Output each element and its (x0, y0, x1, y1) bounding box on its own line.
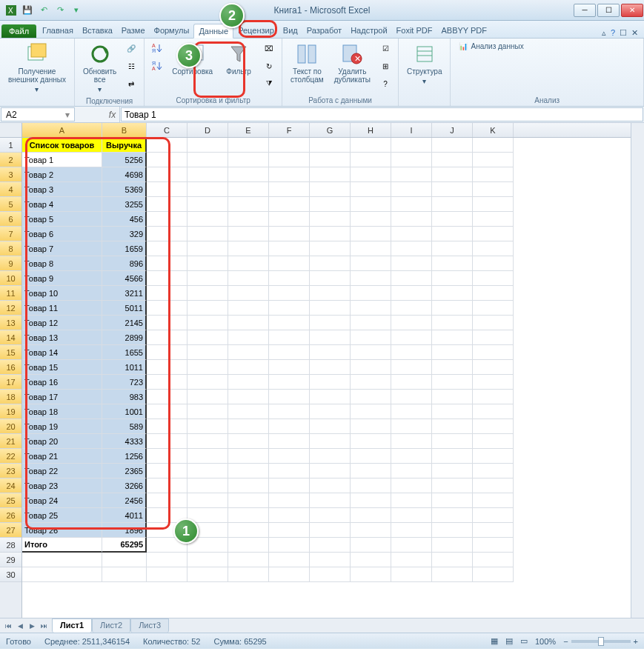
cell[interactable] (187, 434, 228, 449)
cell[interactable] (228, 419, 269, 434)
cell[interactable] (310, 478, 351, 493)
cell[interactable] (310, 508, 351, 523)
cell[interactable] (391, 449, 432, 464)
cell[interactable]: Товар 14 (22, 345, 102, 360)
row-header[interactable]: 27 (0, 523, 21, 538)
cell[interactable] (310, 330, 351, 345)
cell[interactable] (269, 360, 310, 375)
cell[interactable] (147, 182, 187, 197)
cell[interactable] (432, 464, 473, 478)
cell[interactable] (432, 182, 473, 197)
row-header[interactable]: 30 (0, 567, 21, 582)
cell[interactable] (147, 567, 187, 582)
cell[interactable] (432, 286, 473, 301)
cell[interactable] (228, 390, 269, 404)
cell[interactable] (473, 227, 514, 241)
cell[interactable] (351, 404, 391, 419)
cell[interactable] (147, 256, 187, 271)
cell[interactable] (269, 241, 310, 256)
cell[interactable] (432, 567, 473, 582)
cell[interactable] (310, 316, 351, 330)
cell[interactable] (473, 138, 514, 153)
cell[interactable] (310, 493, 351, 508)
cell[interactable]: Товар 7 (22, 241, 102, 256)
edit-links-icon[interactable]: ⇄ (123, 76, 139, 92)
horizontal-scrollbar[interactable] (169, 618, 644, 633)
cell[interactable] (147, 212, 187, 227)
cell[interactable] (228, 567, 269, 582)
minimize-button[interactable]: ─ (574, 4, 596, 17)
cell[interactable] (147, 197, 187, 212)
close-button[interactable]: ✕ (621, 4, 643, 17)
ribbon-tab[interactable]: Формулы (150, 24, 194, 38)
cell[interactable] (228, 271, 269, 286)
data-analysis-button[interactable]: 📊 Анализ данных (455, 40, 527, 53)
cell[interactable] (228, 286, 269, 301)
cell[interactable] (473, 375, 514, 390)
cell[interactable] (269, 464, 310, 478)
cell[interactable] (187, 167, 228, 182)
cell[interactable] (310, 227, 351, 241)
ribbon-tab[interactable]: Разработ (302, 24, 346, 38)
row-header[interactable]: 23 (0, 464, 21, 478)
cell[interactable] (187, 449, 228, 464)
cell[interactable]: Список товаров (22, 138, 102, 153)
sheet-nav-first-icon[interactable]: ⏮ (3, 621, 13, 631)
cell[interactable]: 4698 (102, 167, 147, 182)
cell[interactable]: Товар 16 (22, 375, 102, 390)
cell[interactable] (310, 523, 351, 538)
cell[interactable] (351, 212, 391, 227)
cell[interactable] (269, 508, 310, 523)
properties-icon[interactable]: ☷ (123, 58, 139, 74)
cell[interactable] (310, 241, 351, 256)
cell[interactable] (147, 553, 187, 567)
cell[interactable] (269, 493, 310, 508)
cell[interactable] (187, 404, 228, 419)
undo-icon[interactable]: ↶ (37, 4, 50, 17)
cell[interactable] (269, 167, 310, 182)
sheet-tab[interactable]: Лист2 (92, 618, 130, 633)
cell[interactable]: 723 (102, 375, 147, 390)
row-header[interactable]: 17 (0, 375, 21, 390)
cell[interactable] (351, 419, 391, 434)
cell[interactable] (228, 197, 269, 212)
cell[interactable] (310, 212, 351, 227)
cell[interactable] (269, 330, 310, 345)
fx-icon[interactable]: fx (105, 107, 120, 122)
filter-button[interactable]: Фильтр (219, 40, 258, 78)
cell[interactable] (187, 567, 228, 582)
column-header[interactable]: B (102, 123, 147, 137)
cell[interactable] (432, 523, 473, 538)
cell[interactable] (473, 478, 514, 493)
cell[interactable] (351, 375, 391, 390)
cell[interactable] (351, 153, 391, 167)
cell[interactable] (432, 375, 473, 390)
advanced-icon[interactable]: ⧩ (261, 76, 277, 92)
cell[interactable] (473, 153, 514, 167)
cell[interactable]: 4011 (102, 508, 147, 523)
outline-button[interactable]: Структура ▾ (403, 40, 445, 87)
cell[interactable]: Товар 2 (22, 167, 102, 182)
cell[interactable] (432, 390, 473, 404)
cell[interactable] (228, 227, 269, 241)
row-header[interactable]: 8 (0, 241, 21, 256)
cell[interactable]: Товар 23 (22, 478, 102, 493)
cell[interactable]: 3211 (102, 286, 147, 301)
ribbon-tab[interactable]: Рецензир (233, 24, 279, 38)
cell[interactable] (391, 153, 432, 167)
cell[interactable] (187, 478, 228, 493)
cell[interactable] (432, 553, 473, 567)
cell[interactable] (391, 301, 432, 316)
cell[interactable] (391, 538, 432, 553)
cell[interactable] (187, 153, 228, 167)
cell[interactable] (351, 508, 391, 523)
cell[interactable] (432, 434, 473, 449)
data-validation-icon[interactable]: ☑ (377, 40, 394, 56)
zoom-slider[interactable]: − + (563, 637, 638, 646)
view-layout-icon[interactable]: ▤ (505, 636, 513, 646)
cell[interactable]: Товар 24 (22, 493, 102, 508)
cell[interactable] (187, 375, 228, 390)
cell[interactable] (187, 256, 228, 271)
help-icon[interactable]: ? (611, 28, 615, 38)
cell[interactable] (351, 182, 391, 197)
